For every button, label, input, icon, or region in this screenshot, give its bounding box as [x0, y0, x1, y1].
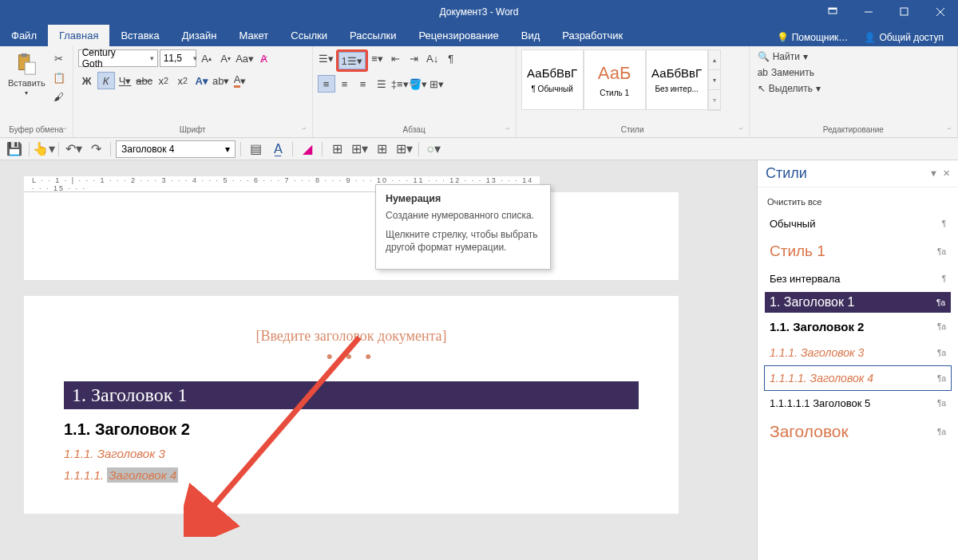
find-button[interactable]: 🔍Найти ▾	[754, 49, 811, 64]
tab-home[interactable]: Главная	[48, 25, 109, 46]
style-item-heading1[interactable]: 1. Заголовок 1¶a	[764, 291, 952, 314]
heading-1[interactable]: 1. Заголовок 1	[64, 381, 639, 409]
show-marks-button[interactable]: ¶	[442, 49, 460, 67]
cut-button[interactable]: ✂	[50, 49, 68, 67]
style-item-normal[interactable]: Обычный¶	[764, 211, 952, 236]
multilevel-list-button[interactable]: ≡▾	[369, 49, 386, 67]
tab-layout[interactable]: Макет	[228, 25, 279, 46]
format-painter-button[interactable]: 🖌	[50, 88, 68, 105]
share-button[interactable]: 👤 Общий доступ	[856, 29, 952, 46]
qat-undo[interactable]: ↶▾	[64, 140, 83, 158]
line-spacing-button[interactable]: ‡≡▾	[391, 75, 409, 93]
styles-scroll-down[interactable]: ▾	[709, 70, 720, 90]
qat-btn-1[interactable]: ▤	[246, 140, 265, 158]
tab-view[interactable]: Вид	[510, 25, 552, 46]
doc-icon: ▤	[250, 141, 262, 156]
find-label: Найти	[773, 51, 800, 62]
superscript-button[interactable]: x2	[174, 72, 192, 89]
style-sample-normal[interactable]: АаБбВвГ ¶ Обычный	[521, 49, 584, 110]
document-area[interactable]: L · · 1 · | · · · 1 · · · 2 · · · 3 · · …	[0, 160, 757, 560]
tab-developer[interactable]: Разработчик	[551, 25, 634, 46]
align-center-button[interactable]: ≡	[336, 75, 354, 93]
replace-button[interactable]: abЗаменить	[754, 65, 817, 80]
table-icon: ⊞	[377, 141, 387, 156]
style-item-nointerval[interactable]: Без интервала¶	[764, 266, 952, 291]
font-color-button[interactable]: A▾	[232, 72, 249, 89]
underline-button[interactable]: Ч▾	[117, 72, 134, 89]
paste-button[interactable]: Вставить ▾	[5, 49, 49, 98]
style-item-heading4[interactable]: 1.1.1.1. Заголовок 4¶a	[764, 365, 952, 391]
strike-button[interactable]: abc	[136, 72, 153, 89]
qat-btn-5[interactable]: ⊞▾	[350, 140, 369, 158]
group-clipboard: Вставить ▾ ✂ 📋 🖌 Буфер обмена	[0, 46, 73, 137]
highlight-button[interactable]: ab▾	[212, 72, 230, 89]
tab-design[interactable]: Дизайн	[171, 25, 228, 46]
qat-btn-4[interactable]: ⊞	[327, 140, 346, 158]
qat-btn-6[interactable]: ⊞	[372, 140, 391, 158]
close-icon[interactable]	[922, 0, 958, 24]
style-item-heading3[interactable]: 1.1.1. Заголовок 3¶a	[764, 340, 952, 365]
clear-formatting-button[interactable]: A̷	[255, 49, 273, 67]
tab-references[interactable]: Ссылки	[279, 25, 338, 46]
sort-button[interactable]: A↓	[424, 49, 441, 67]
copy-button[interactable]: 📋	[50, 69, 68, 86]
tab-review[interactable]: Рецензирование	[407, 25, 509, 46]
tell-me[interactable]: 💡 Помощник…	[769, 29, 857, 46]
styles-expand[interactable]: ▿	[709, 90, 720, 110]
tab-file[interactable]: Файл	[0, 25, 48, 46]
decrease-indent-button[interactable]: ⇤	[387, 49, 405, 67]
font-family-select[interactable]: Century Goth	[78, 49, 158, 67]
tab-insert[interactable]: Вставка	[109, 25, 170, 46]
qat-save[interactable]: 💾	[5, 140, 24, 158]
italic-button[interactable]: К	[97, 72, 115, 89]
maximize-icon[interactable]	[886, 0, 922, 24]
tooltip-line-2: Щелкните стрелку, чтобы выбрать другой ф…	[386, 228, 540, 254]
group-editing: 🔍Найти ▾ abЗаменить ↖Выделить ▾ Редактир…	[750, 46, 958, 137]
justify-button[interactable]: ☰	[373, 75, 390, 93]
increase-indent-button[interactable]: ⇥	[406, 49, 423, 67]
bold-button[interactable]: Ж	[78, 72, 96, 89]
heading-3[interactable]: 1.1.1. Заголовок 3	[64, 447, 639, 460]
numbering-button[interactable]: 1☰▾	[338, 52, 366, 69]
styles-pane-dropdown-icon[interactable]: ▼	[929, 168, 938, 179]
qat-btn-8[interactable]: ○▾	[424, 140, 443, 158]
page[interactable]: [Введите заголовок документа] ● ● ● 1. З…	[24, 296, 679, 514]
qat-touch[interactable]: 👆▾	[34, 140, 53, 158]
qat-btn-7[interactable]: ⊞▾	[394, 140, 414, 158]
qat-btn-3[interactable]: ◢	[298, 140, 317, 158]
minimize-icon[interactable]	[850, 0, 886, 24]
style-sample-style1[interactable]: АаБ Стиль 1	[584, 49, 646, 110]
subscript-button[interactable]: x2	[155, 72, 172, 89]
borders-button[interactable]: ⊞▾	[428, 75, 445, 93]
eraser-icon: A̷	[260, 53, 267, 65]
qat-style-select[interactable]: Заголовок 4▾	[116, 140, 236, 158]
style-item-title[interactable]: Заголовок¶a	[764, 416, 952, 448]
qat-btn-2[interactable]: A̲	[268, 140, 287, 158]
styles-clear-all[interactable]: Очистить все	[764, 192, 952, 211]
text-effects-button[interactable]: A▾	[193, 72, 211, 89]
heading-4[interactable]: 1.1.1.1. Заголовок 4	[64, 468, 639, 482]
grow-font-button[interactable]: A▴	[198, 49, 216, 67]
styles-pane-close-icon[interactable]: ✕	[943, 168, 950, 179]
tab-mailings[interactable]: Рассылки	[338, 25, 407, 46]
align-left-button[interactable]: ≡	[318, 75, 335, 93]
window-controls	[814, 0, 958, 24]
select-button[interactable]: ↖Выделить ▾	[754, 81, 824, 96]
shading-button[interactable]: 🪣▾	[410, 75, 427, 93]
style-item-style1[interactable]: Стиль 1¶a	[764, 236, 952, 266]
numbering-icon: 1☰	[342, 55, 357, 67]
shrink-font-button[interactable]: A▾	[217, 49, 235, 67]
style-sample-nointerval[interactable]: АаБбВвГ Без интер...	[646, 49, 708, 110]
style-item-heading5[interactable]: 1.1.1.1.1 Заголовок 5¶a	[764, 391, 952, 416]
change-case-button[interactable]: Aa▾	[236, 49, 254, 67]
style-item-heading2[interactable]: 1.1. Заголовок 2¶a	[764, 314, 952, 340]
document-title-placeholder[interactable]: [Введите заголовок документа]	[64, 328, 639, 345]
styles-scroll-up[interactable]: ▴	[709, 50, 720, 70]
heading-2[interactable]: 1.1. Заголовок 2	[64, 420, 639, 439]
font-size-select[interactable]: 11,5	[160, 49, 196, 67]
qat-redo[interactable]: ↷	[86, 140, 105, 158]
touch-icon: 👆	[33, 141, 49, 156]
bullets-button[interactable]: ☰▾	[318, 49, 335, 67]
ribbon-options-icon[interactable]	[814, 0, 850, 24]
align-right-button[interactable]: ≡	[354, 75, 372, 93]
